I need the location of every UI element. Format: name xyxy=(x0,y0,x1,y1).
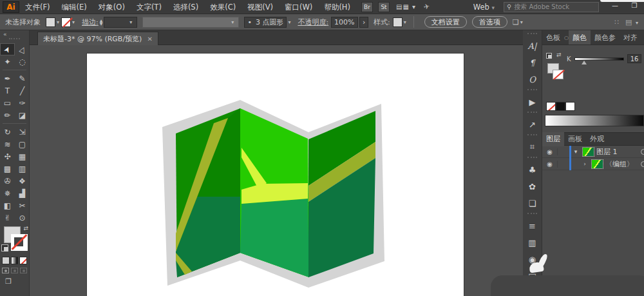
chevron-down-icon[interactable]: ▾ xyxy=(404,19,406,25)
hand-tool[interactable]: ✌ xyxy=(0,212,15,224)
canvas[interactable] xyxy=(30,45,523,296)
chevron-down-icon[interactable]: ▾ xyxy=(520,19,523,25)
stepper-down-icon[interactable]: ▼ xyxy=(100,22,103,25)
group-thumbnail[interactable] xyxy=(592,160,603,168)
k-value-field[interactable]: 16 xyxy=(627,54,641,63)
eyedropper-tool[interactable]: ✇ xyxy=(0,175,15,187)
pen-tool[interactable]: ✒ xyxy=(0,72,15,84)
group-row[interactable]: ◉ › 〈编组〉 xyxy=(542,158,644,170)
menu-window[interactable]: 窗口(W) xyxy=(279,0,318,14)
graph-tool[interactable]: ▟ xyxy=(15,187,30,199)
menu-view[interactable]: 视图(V) xyxy=(242,0,279,14)
none-swatch[interactable] xyxy=(546,102,556,111)
eraser-tool[interactable]: ◪ xyxy=(15,109,30,121)
paintbrush-tool[interactable]: ✑ xyxy=(15,97,30,109)
collapse-panel-icon[interactable]: « xyxy=(0,30,29,38)
opacity-more-button[interactable]: › xyxy=(359,17,368,28)
black-swatch[interactable] xyxy=(556,102,565,111)
scale-tool[interactable]: ⇲ xyxy=(15,126,30,138)
line-tool[interactable]: ╱ xyxy=(15,84,30,97)
magic-wand-tool[interactable]: ✦ xyxy=(0,55,15,68)
selection-tool[interactable]: ➤ xyxy=(0,43,15,55)
export-panel-icon[interactable]: ↗ xyxy=(523,116,542,133)
menu-help[interactable]: 帮助(H) xyxy=(318,0,356,14)
workspace-select[interactable]: Web ▾ xyxy=(473,3,495,12)
swap-fill-stroke-icon[interactable]: ⇄ xyxy=(556,52,562,58)
brush-dropdown[interactable]: • 3 点圆形 xyxy=(244,17,287,28)
document-setup-button[interactable]: 文档设置 xyxy=(424,16,467,28)
type-tool[interactable]: T xyxy=(0,84,15,97)
opentype-panel-icon[interactable]: O xyxy=(523,71,542,88)
color-button[interactable] xyxy=(2,257,10,264)
style-swatch[interactable] xyxy=(393,17,402,27)
chevron-down-icon[interactable]: ▾ xyxy=(288,19,290,25)
direct-selection-tool[interactable]: ▷ xyxy=(15,43,30,55)
restore-button[interactable]: ❐ xyxy=(625,0,644,12)
opacity-label[interactable]: 不透明度: xyxy=(298,17,328,27)
menu-edit[interactable]: 编辑(E) xyxy=(56,0,93,14)
slice-tool[interactable]: ✂ xyxy=(15,199,30,212)
symbols-panel-icon[interactable]: ♣ xyxy=(523,161,542,178)
draw-behind-button[interactable] xyxy=(11,268,18,273)
zoom-tool[interactable]: ⊙ xyxy=(15,212,30,224)
visibility-eye-icon[interactable]: ◉ xyxy=(542,161,558,168)
workspace-switcher-icon[interactable]: ▤▦ ▾ xyxy=(396,3,416,10)
stock-search[interactable]: ⚲ xyxy=(504,2,599,12)
menu-object[interactable]: 对象(O) xyxy=(93,0,131,14)
target-circle-icon[interactable] xyxy=(641,149,644,155)
width-tool[interactable]: ≋ xyxy=(0,138,15,150)
k-slider-thumb[interactable] xyxy=(582,61,587,64)
stock-button[interactable]: St xyxy=(378,2,390,12)
transform-icon[interactable]: ❏ xyxy=(513,18,519,26)
screen-mode-icon[interactable]: ❐ xyxy=(5,277,29,286)
default-fill-stroke-icon[interactable] xyxy=(546,53,552,59)
drag-handle[interactable] xyxy=(9,38,20,42)
chevron-down-icon[interactable]: ▾ xyxy=(72,19,75,25)
links-panel-icon[interactable]: ❏ xyxy=(523,195,542,212)
actions-panel-icon[interactable]: ▶ xyxy=(523,94,542,110)
variable-width-dropdown[interactable]: ▾ xyxy=(142,17,239,28)
tab-layers[interactable]: 图层 xyxy=(542,132,564,146)
none-button[interactable] xyxy=(19,257,27,264)
layer-name[interactable]: 图层 1 xyxy=(596,147,618,157)
drag-handle[interactable] xyxy=(527,157,537,160)
layer-row[interactable]: ◉ ▾ 图层 1 xyxy=(542,146,644,158)
close-icon[interactable]: ✕ xyxy=(147,35,152,43)
drag-handle[interactable] xyxy=(527,213,537,216)
brushes-panel-icon[interactable]: ✿ xyxy=(523,178,542,195)
tab-color-guide[interactable]: 颜色参 xyxy=(591,30,620,45)
paragraph-panel-icon[interactable]: ¶ xyxy=(523,54,542,71)
drag-handle[interactable] xyxy=(527,112,537,115)
layer-thumbnail[interactable] xyxy=(583,148,594,156)
perspective-grid-tool[interactable]: ▦ xyxy=(15,150,30,163)
gradient-button[interactable] xyxy=(11,257,19,264)
menu-type[interactable]: 文字(T) xyxy=(131,0,167,14)
search-input[interactable] xyxy=(514,3,585,10)
default-fill-stroke-icon[interactable] xyxy=(1,244,8,252)
opacity-value[interactable]: 100% xyxy=(331,17,358,28)
tab-color[interactable]: 颜色 xyxy=(569,30,591,45)
tab-align[interactable]: 对齐 xyxy=(620,30,641,45)
menu-select[interactable]: 选择(S) xyxy=(167,0,204,14)
gradient-panel-icon[interactable]: ▥ xyxy=(523,234,542,251)
stroke-swatch[interactable] xyxy=(61,17,71,27)
tab-artboards[interactable]: 画板 xyxy=(564,132,586,146)
tab-pathfinder[interactable]: 路径查 xyxy=(641,30,644,45)
chevron-down-icon[interactable]: ▾ xyxy=(57,19,59,25)
document-tab[interactable]: 未标题-3* @ 97% (RGB/预览) ✕ xyxy=(37,32,158,45)
tab-appearance[interactable]: 外观 xyxy=(586,132,608,146)
bridge-button[interactable]: Br xyxy=(361,2,373,12)
map-artwork[interactable] xyxy=(87,54,464,296)
draw-inside-button[interactable] xyxy=(20,268,27,273)
menu-effect[interactable]: 效果(C) xyxy=(204,0,242,14)
panel-toggle-icon[interactable]: ▤ ▾ xyxy=(625,18,640,26)
mesh-tool[interactable]: ▩ xyxy=(0,163,15,175)
drag-handle[interactable] xyxy=(527,33,537,36)
align-grid-icon[interactable]: ∷ xyxy=(614,18,619,26)
free-transform-tool[interactable]: ▢ xyxy=(15,138,30,150)
k-slider[interactable] xyxy=(574,57,624,61)
stroke-weight-label[interactable]: 描边: xyxy=(82,17,99,27)
drag-handle[interactable] xyxy=(527,89,537,92)
fill-swatch[interactable] xyxy=(46,17,55,27)
artboard[interactable] xyxy=(87,54,464,296)
